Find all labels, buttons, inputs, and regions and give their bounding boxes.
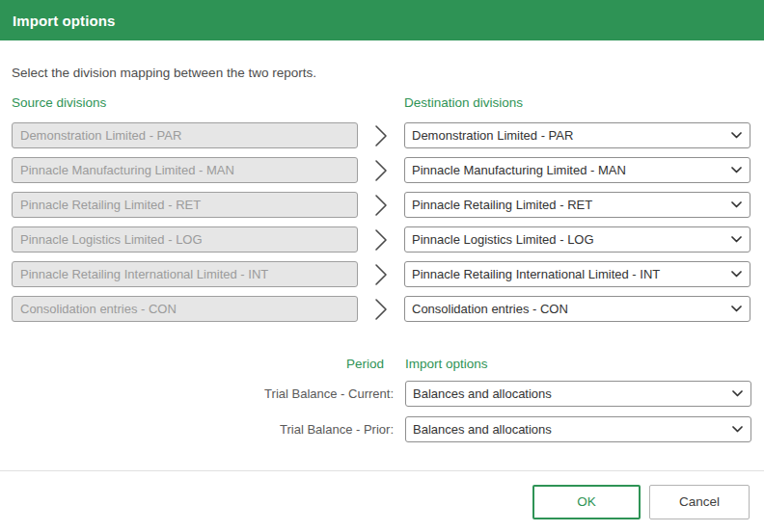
chevron-right-icon [358, 298, 404, 321]
source-division-field: Pinnacle Retailing International Limited… [12, 261, 358, 287]
source-division-field: Pinnacle Logistics Limited - LOG [12, 226, 358, 253]
division-mapping-grid: Demonstration Limited - PAR Demonstratio… [12, 122, 751, 322]
cancel-button[interactable]: Cancel [649, 485, 750, 519]
dialog-title: Import options [13, 13, 115, 29]
destination-division-select[interactable]: Pinnacle Manufacturing Limited - MAN [404, 157, 750, 183]
chevron-right-icon [358, 124, 404, 147]
destination-division-select-wrap: Pinnacle Logistics Limited - LOG [404, 226, 750, 253]
ok-button[interactable]: OK [532, 485, 641, 519]
destination-division-select-wrap: Consolidation entries - CON [404, 296, 750, 322]
instruction-text: Select the division mapping between the … [12, 66, 751, 80]
destination-division-select-wrap: Demonstration Limited - PAR [404, 122, 750, 148]
destination-division-select[interactable]: Pinnacle Logistics Limited - LOG [404, 226, 750, 253]
dialog-header: Import options [0, 0, 764, 40]
destination-division-select-wrap: Pinnacle Manufacturing Limited - MAN [404, 157, 750, 183]
dialog-footer: OK Cancel [0, 470, 764, 532]
source-division-field: Demonstration Limited - PAR [12, 122, 358, 148]
column-labels: Source divisions Destination divisions [12, 95, 751, 110]
destination-division-select-wrap: Pinnacle Retailing Limited - RET [404, 192, 750, 218]
destination-division-select[interactable]: Demonstration Limited - PAR [404, 122, 750, 148]
destination-division-select-wrap: Pinnacle Retailing International Limited… [404, 261, 750, 287]
destination-division-select[interactable]: Pinnacle Retailing Limited - RET [404, 192, 750, 218]
period-label: Period [12, 357, 394, 371]
chevron-right-icon [358, 263, 404, 286]
trial-balance-current-label: Trial Balance - Current: [12, 386, 394, 401]
source-division-field: Pinnacle Retailing Limited - RET [12, 192, 358, 218]
destination-division-select[interactable]: Pinnacle Retailing International Limited… [404, 261, 750, 287]
chevron-right-icon [358, 194, 404, 217]
trial-balance-prior-select-wrap: Balances and allocations [405, 416, 751, 442]
source-divisions-label: Source divisions [12, 95, 404, 110]
period-options-section: Period Import options Trial Balance - Cu… [12, 357, 751, 442]
source-division-field: Pinnacle Manufacturing Limited - MAN [12, 157, 358, 183]
dialog-body: Select the division mapping between the … [0, 66, 764, 442]
destination-divisions-label: Destination divisions [404, 95, 523, 110]
import-options-label: Import options [405, 357, 751, 371]
trial-balance-current-select[interactable]: Balances and allocations [405, 381, 751, 407]
trial-balance-prior-select[interactable]: Balances and allocations [405, 416, 751, 442]
source-division-field: Consolidation entries - CON [12, 296, 358, 322]
trial-balance-prior-label: Trial Balance - Prior: [12, 422, 394, 437]
import-options-dialog: Import options Select the division mappi… [0, 0, 764, 532]
chevron-right-icon [358, 228, 404, 252]
trial-balance-current-select-wrap: Balances and allocations [405, 381, 751, 407]
destination-division-select[interactable]: Consolidation entries - CON [404, 296, 750, 322]
chevron-right-icon [358, 159, 404, 182]
